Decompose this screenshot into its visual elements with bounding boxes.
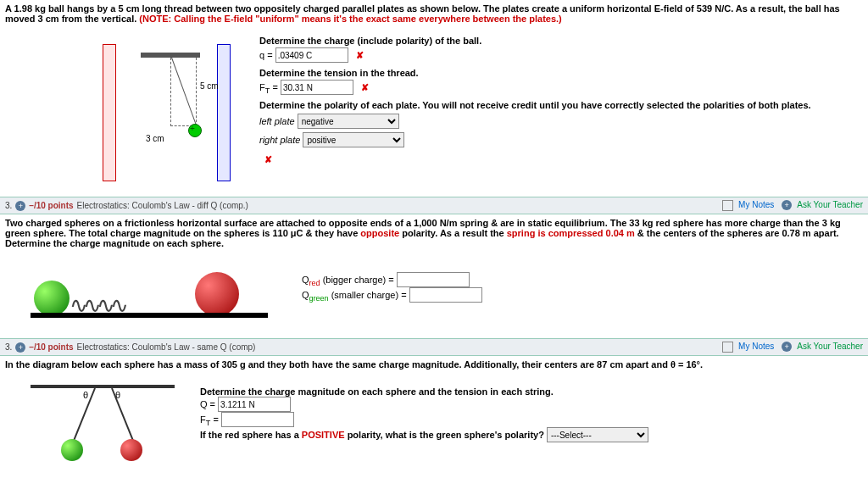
surface-icon (31, 313, 268, 318)
string-right-icon (111, 388, 135, 444)
q1-body: + 5 cm 3 cm Determine the charge (includ… (0, 27, 868, 197)
q3-text: In the diagram below each sphere has a m… (5, 359, 703, 370)
q3-diagram: θ θ (14, 375, 192, 459)
red-sphere-icon (195, 272, 239, 316)
left-plate-icon (103, 44, 116, 181)
expand-icon[interactable]: + (15, 342, 25, 353)
wrong-icon: ✘ (264, 154, 272, 164)
right-plate-select[interactable]: positive (303, 132, 404, 147)
q2-diagram: ∿∿∿∿ (22, 253, 285, 330)
ask-icon[interactable]: + (782, 200, 792, 210)
q3-points: –/10 points (29, 342, 73, 352)
q1-p1-label: Determine the charge (include polarity) … (259, 36, 863, 46)
ask-icon[interactable]: + (782, 342, 792, 352)
q1-fields: Determine the charge (include polarity) … (259, 31, 863, 165)
q1-diagram: + 5 cm 3 cm (56, 36, 234, 188)
q2-points: –/10 points (29, 201, 73, 210)
q2-num: 3. (5, 201, 12, 210)
green-sphere-icon (61, 439, 83, 461)
left-plate-select[interactable]: negative (298, 114, 399, 129)
wrong-icon: ✘ (361, 82, 369, 92)
q3-source: Electrostatics: Coulomb's Law - same Q (… (77, 342, 256, 352)
label-3cm: 3 cm (146, 134, 164, 143)
q2-header: 3. + –/10 points Electrostatics: Coulomb… (0, 197, 868, 214)
expand-icon[interactable]: + (15, 201, 25, 211)
q1-p2-label: Determine the tension in the thread. (259, 68, 863, 78)
q3-polarity-select[interactable]: ---Select--- (547, 427, 648, 442)
right-plate-icon (217, 44, 231, 181)
mynotes-checkbox[interactable] (722, 200, 733, 211)
q1-p1-sym: q = (259, 50, 275, 60)
q1-p2-input[interactable] (281, 80, 353, 95)
q2-source: Electrostatics: Coulomb's Law - diff Q (… (77, 201, 248, 210)
q1-prompt: A 1.98 kg ball hangs by a 5 cm long thre… (0, 0, 868, 27)
q3-ft-input[interactable] (221, 412, 294, 427)
theta-left: θ (83, 390, 88, 400)
label-5cm: 5 cm (200, 81, 219, 91)
q3-q-sym: Q = (200, 399, 218, 409)
qred-input[interactable] (397, 272, 470, 287)
q1-p3-label: Determine the polarity of each plate. Yo… (259, 100, 863, 110)
mynotes-link[interactable]: My Notes (738, 342, 774, 351)
red-sphere-icon (120, 439, 142, 461)
q3-q-input[interactable] (218, 397, 291, 412)
q2-body: Two charged spheres on a frictionless ho… (0, 214, 868, 338)
q3-fields: Determine the charge magnitude on each s… (200, 370, 863, 442)
q1-p1-input[interactable] (275, 47, 348, 63)
q3-body: In the diagram below each sphere has a m… (0, 356, 868, 468)
ask-teacher-link[interactable]: Ask Your Teacher (797, 342, 863, 351)
q3-p1: Determine the charge magnitude on each s… (200, 386, 554, 397)
mynotes-checkbox[interactable] (722, 342, 733, 353)
bar-icon (31, 385, 175, 388)
qgreen-input[interactable] (409, 287, 482, 303)
q3-header: 3. + –/10 points Electrostatics: Coulomb… (0, 338, 868, 356)
ask-teacher-link[interactable]: Ask Your Teacher (797, 200, 863, 209)
q2-fields: Qred Q_red (bigger charge) = (bigger cha… (302, 248, 863, 303)
left-plate-label: left plate (259, 116, 295, 126)
green-sphere-icon (34, 281, 70, 316)
right-plate-label: right plate (259, 135, 300, 145)
mynotes-link[interactable]: My Notes (738, 200, 774, 209)
plus-icon: + (190, 124, 195, 133)
wrong-icon: ✘ (356, 50, 364, 60)
q3-num: 3. (5, 342, 12, 352)
